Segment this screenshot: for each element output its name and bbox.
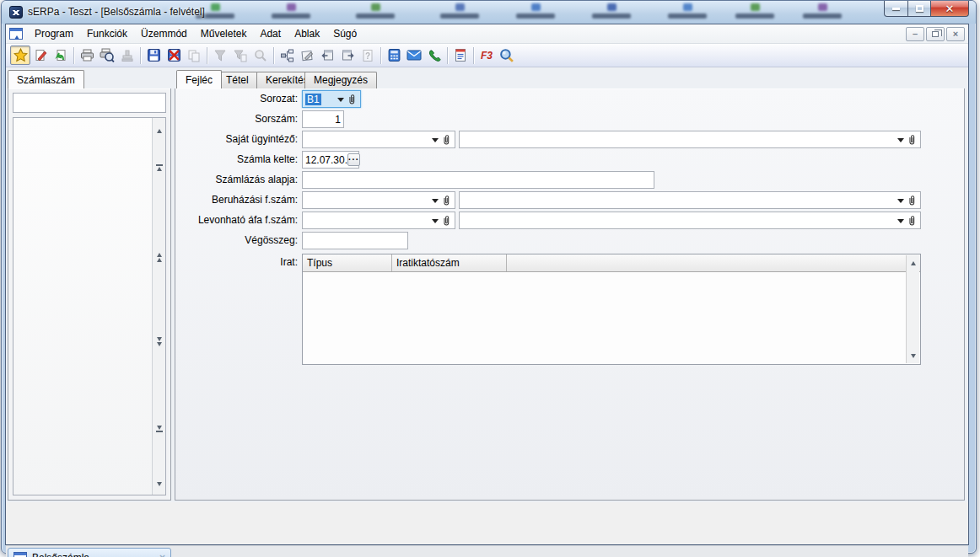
menu-sugo[interactable]: Súgó — [326, 25, 363, 42]
sajat-ugyintezo-combo[interactable] — [302, 131, 455, 148]
sorozat-dropdown-icon[interactable] — [337, 98, 344, 102]
menu-uzemmod[interactable]: Üzemmód — [134, 25, 194, 42]
favorites-star-button[interactable] — [10, 46, 30, 65]
beruhazasi-paperclip-icon[interactable] — [442, 195, 451, 206]
beruhazasi-fszam-name-input[interactable] — [462, 195, 897, 206]
levonhato-afa-input[interactable] — [305, 215, 432, 227]
beruhazasi-dropdown-icon[interactable] — [432, 199, 439, 203]
sorozat-paperclip-icon[interactable] — [347, 94, 357, 105]
scroll-top-icon[interactable] — [153, 162, 164, 174]
window-title: sERPa - Teszt - [Belsőszámla - felvétel] — [28, 6, 205, 18]
save-button[interactable] — [143, 46, 164, 65]
scroll-page-up-icon[interactable] — [153, 251, 164, 263]
find-icon — [254, 49, 267, 62]
mdi-restore-button[interactable] — [926, 27, 945, 41]
tab-megjegyzes[interactable]: Megjegyzés — [304, 72, 377, 88]
vegosszeg-input[interactable] — [305, 235, 405, 247]
edit-note-button[interactable] — [297, 46, 317, 65]
maximize-button[interactable] — [908, 1, 931, 17]
sajat-ugyintezo-name-combo[interactable] — [459, 131, 921, 148]
levonhato-dropdown-icon[interactable] — [432, 219, 439, 223]
date-picker-button[interactable]: ··· — [347, 153, 360, 166]
menu-funkciok[interactable]: Funkciók — [80, 25, 134, 42]
calculator-button[interactable] — [384, 46, 404, 65]
scroll-page-down-icon[interactable] — [153, 335, 164, 347]
szamla-kelte-field[interactable]: 12.07.30. ··· — [302, 151, 359, 169]
szamlazas-alapja-field[interactable] — [302, 171, 654, 189]
mdi-close-button[interactable]: × — [946, 27, 965, 41]
sajat-ugyintezo-input[interactable] — [305, 134, 432, 146]
phone-button[interactable] — [424, 46, 444, 65]
irat-table[interactable]: Típus Iratiktatószám — [302, 254, 921, 365]
task-tab-close-icon[interactable]: × — [159, 552, 165, 557]
levonhato-name-paperclip-icon[interactable] — [907, 215, 917, 227]
window-back-button[interactable] — [317, 46, 337, 65]
szamlazas-alapja-input[interactable] — [305, 174, 651, 186]
revert-document-button[interactable] — [51, 46, 71, 65]
invoice-number-input[interactable] — [13, 93, 166, 113]
filter-document-button[interactable] — [230, 46, 250, 65]
help-document-button[interactable]: ? — [358, 46, 378, 65]
mdi-minimize-button[interactable]: – — [906, 27, 924, 41]
edit-document-button[interactable] — [30, 46, 51, 65]
levonhato-afa-name-combo[interactable] — [459, 212, 921, 229]
print-button[interactable] — [77, 46, 97, 65]
f3-search-button[interactable]: F3 — [477, 46, 497, 65]
beruhazasi-name-dropdown-icon[interactable] — [897, 199, 904, 203]
scroll-down-icon[interactable] — [153, 478, 164, 490]
levonhato-afa-name-input[interactable] — [462, 215, 897, 227]
f3-label: F3 — [481, 50, 493, 62]
irat-scroll-down-icon[interactable] — [907, 350, 918, 362]
sajat-paperclip-icon[interactable] — [442, 134, 451, 146]
scroll-bottom-icon[interactable] — [153, 423, 164, 435]
irat-col-tipus[interactable]: Típus — [303, 254, 392, 271]
delete-save-button[interactable] — [164, 46, 184, 65]
filter-button[interactable] — [210, 46, 230, 65]
tab-fejlec[interactable]: Fejléc — [176, 70, 222, 88]
task-tab-belsoszamla[interactable]: Belsőszámla × — [8, 548, 171, 557]
irat-table-scrollbar[interactable] — [906, 255, 919, 363]
invoice-list[interactable] — [13, 117, 166, 495]
print-icon — [80, 49, 94, 62]
levonhato-afa-combo[interactable] — [302, 212, 455, 229]
sorszam-input[interactable] — [305, 114, 341, 126]
irat-scroll-up-icon[interactable] — [907, 257, 918, 269]
report-button[interactable] — [450, 46, 471, 65]
tab-szamlaszam[interactable]: Számlaszám — [8, 70, 84, 88]
levonhato-afa-fszam-label: Levonható áfa f.szám: — [175, 212, 298, 226]
toolbar-separator — [380, 47, 381, 64]
sorozat-combo[interactable]: B1 — [302, 90, 361, 108]
invoice-list-scrollbar[interactable] — [152, 118, 165, 495]
minimize-button[interactable] — [884, 1, 908, 17]
hierarchy-button[interactable] — [277, 46, 297, 65]
menu-muveletek[interactable]: Műveletek — [194, 25, 254, 42]
close-button[interactable]: ✕ — [931, 1, 969, 17]
print-preview-button[interactable] — [97, 46, 117, 65]
beruhazasi-fszam-combo[interactable] — [302, 191, 455, 209]
copy-button[interactable] — [184, 46, 204, 65]
menu-program[interactable]: Program — [28, 25, 80, 42]
window-forward-button[interactable] — [337, 46, 358, 65]
sorszam-field[interactable] — [302, 110, 344, 128]
stamp-button[interactable] — [117, 46, 137, 65]
menu-ablak[interactable]: Ablak — [288, 25, 326, 42]
scroll-up-icon[interactable] — [153, 125, 164, 137]
beruhazasi-fszam-name-combo[interactable] — [459, 191, 921, 209]
menu-adat[interactable]: Adat — [253, 25, 288, 42]
sajat-ugyintezo-name-input[interactable] — [462, 134, 897, 146]
sajat-name-dropdown-icon[interactable] — [897, 138, 904, 142]
search-button[interactable] — [497, 46, 517, 65]
sajat-name-paperclip-icon[interactable] — [907, 134, 917, 146]
levonhato-paperclip-icon[interactable] — [442, 215, 451, 227]
tab-tetel[interactable]: Tétel — [217, 72, 258, 88]
beruhazasi-fszam-input[interactable] — [305, 195, 432, 206]
form-window-icon[interactable] — [9, 28, 23, 40]
levonhato-name-dropdown-icon[interactable] — [897, 219, 904, 223]
irat-col-iktatoszam[interactable]: Iratiktatószám — [392, 254, 507, 271]
vegosszeg-field[interactable] — [302, 232, 408, 249]
title-bar[interactable]: sERPa - Teszt - [Belsőszámla - felvétel]… — [2, 1, 976, 24]
mail-button[interactable] — [404, 46, 424, 65]
sajat-dropdown-icon[interactable] — [432, 138, 439, 142]
beruhazasi-name-paperclip-icon[interactable] — [907, 195, 917, 206]
find-button[interactable] — [250, 46, 271, 65]
